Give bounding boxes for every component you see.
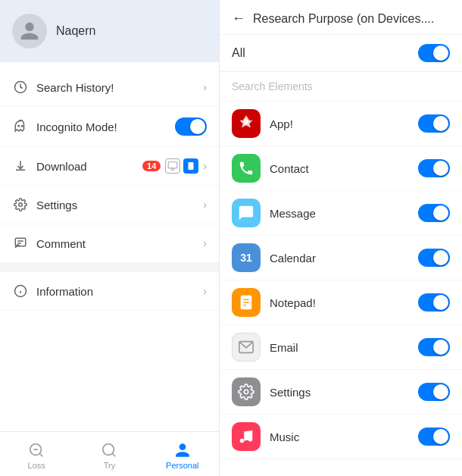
list-item[interactable]: Notepad!	[220, 280, 462, 325]
svg-point-5	[19, 203, 23, 207]
comment-icon	[12, 235, 29, 252]
app-icon-email	[232, 333, 261, 362]
list-item[interactable]: Settings	[220, 370, 462, 415]
bottom-nav: Loss Try Personal	[0, 431, 219, 476]
comment-label: Comment	[36, 237, 195, 250]
app-name-calendar: Calendar	[270, 252, 409, 265]
search-history-right: ›	[203, 81, 207, 93]
settings-right: ›	[203, 199, 207, 211]
loss-icon	[27, 441, 45, 459]
try-icon	[100, 441, 118, 459]
app-icon-message	[232, 199, 261, 227]
download-badge: 14	[142, 161, 161, 171]
message-toggle[interactable]	[418, 204, 450, 222]
svg-point-15	[103, 444, 114, 456]
profile-section: Naqern	[0, 0, 219, 62]
list-item[interactable]: Contact	[220, 146, 462, 191]
clock-icon	[12, 79, 29, 96]
chevron-icon: ›	[203, 160, 207, 172]
music-toggle[interactable]	[418, 427, 450, 446]
svg-rect-3	[168, 162, 177, 168]
sidebar-item-download[interactable]: Download 14 ›	[0, 147, 219, 186]
info-icon	[12, 283, 29, 299]
all-toggle-row: All	[220, 35, 462, 72]
svg-point-2	[22, 126, 23, 127]
app-icon-settings	[232, 377, 261, 406]
gear-icon	[12, 196, 29, 213]
sidebar-item-search-history[interactable]: Search History! ›	[0, 68, 219, 107]
information-label: Information	[36, 285, 195, 298]
app-name-app: App!	[270, 117, 409, 130]
right-header: ← Research Purpose (on Devices....	[220, 0, 462, 35]
menu-list: Search History! › Incognito Mode!	[0, 65, 219, 431]
download-right: 14 ›	[142, 158, 207, 174]
settings-toggle[interactable]	[418, 383, 450, 401]
list-item[interactable]: App!	[220, 102, 462, 146]
all-label: All	[232, 46, 245, 60]
profile-name: Naqern	[56, 24, 95, 38]
app-name-email: Email	[270, 341, 409, 354]
svg-point-17	[244, 120, 249, 125]
download-icons	[165, 158, 198, 174]
app-name-music: Music	[270, 431, 409, 443]
chevron-icon: ›	[203, 237, 207, 249]
search-history-label: Search History!	[36, 81, 195, 94]
app-name-settings: Settings	[270, 386, 409, 399]
sidebar-item-comment[interactable]: Comment ›	[0, 224, 219, 263]
monitor-icon	[165, 158, 180, 174]
information-right: ›	[203, 285, 207, 297]
app-toggle[interactable]	[418, 114, 450, 133]
calendar-toggle[interactable]	[418, 249, 450, 267]
comment-right: ›	[203, 237, 207, 249]
ghost-icon	[12, 118, 29, 135]
app-icon-music	[232, 422, 261, 451]
sidebar-item-settings[interactable]: Settings ›	[0, 186, 219, 224]
download-label: Download	[36, 160, 135, 173]
calendar-number: 31	[240, 252, 252, 264]
separator	[0, 263, 219, 272]
right-panel: ← Research Purpose (on Devices.... All S…	[220, 0, 462, 476]
incognito-toggle[interactable]	[175, 117, 207, 136]
app-name-contact: Contact	[270, 162, 409, 175]
sidebar-item-information[interactable]: Information ›	[0, 272, 219, 311]
nav-item-loss[interactable]: Loss	[0, 438, 73, 473]
nav-item-personal[interactable]: Personal	[146, 438, 219, 473]
contact-toggle[interactable]	[418, 159, 450, 177]
nav-loss-label: Loss	[28, 461, 45, 470]
avatar	[12, 14, 47, 49]
back-button[interactable]: ←	[232, 11, 245, 27]
right-title: Research Purpose (on Devices....	[253, 12, 450, 26]
left-panel: Naqern Search History! ›	[0, 0, 220, 476]
incognito-right	[175, 117, 207, 136]
notepad-toggle[interactable]	[418, 293, 450, 312]
list-item[interactable]: Music	[220, 415, 462, 459]
settings-label: Settings	[36, 199, 195, 211]
all-toggle[interactable]	[418, 44, 450, 62]
list-item[interactable]: Email	[220, 325, 462, 370]
personal-icon	[173, 441, 192, 459]
app-name-message: Message	[270, 207, 409, 220]
app-name-notepad: Notepad!	[270, 296, 409, 309]
svg-point-25	[248, 437, 253, 442]
list-item[interactable]: 31 Calendar	[220, 236, 462, 280]
svg-line-16	[113, 453, 116, 456]
nav-personal-label: Personal	[166, 461, 198, 470]
download-icon	[12, 158, 29, 174]
svg-point-23	[244, 390, 248, 394]
list-item[interactable]: Message	[220, 191, 462, 236]
app-icon-calendar: 31	[232, 243, 261, 272]
app-icon-app	[232, 109, 261, 138]
phone-icon	[183, 158, 198, 174]
sidebar-item-incognito[interactable]: Incognito Mode!	[0, 107, 219, 147]
svg-point-24	[240, 439, 245, 443]
search-elements-bar[interactable]: Search Elements	[220, 72, 462, 102]
chevron-icon: ›	[203, 199, 207, 211]
email-toggle[interactable]	[418, 338, 450, 356]
chevron-icon: ›	[203, 81, 207, 93]
avatar-icon	[19, 20, 40, 42]
search-placeholder: Search Elements	[232, 80, 313, 92]
nav-item-try[interactable]: Try	[73, 438, 145, 473]
incognito-label: Incognito Mode!	[36, 121, 167, 133]
svg-line-13	[39, 453, 42, 456]
app-icon-contact	[232, 154, 261, 183]
